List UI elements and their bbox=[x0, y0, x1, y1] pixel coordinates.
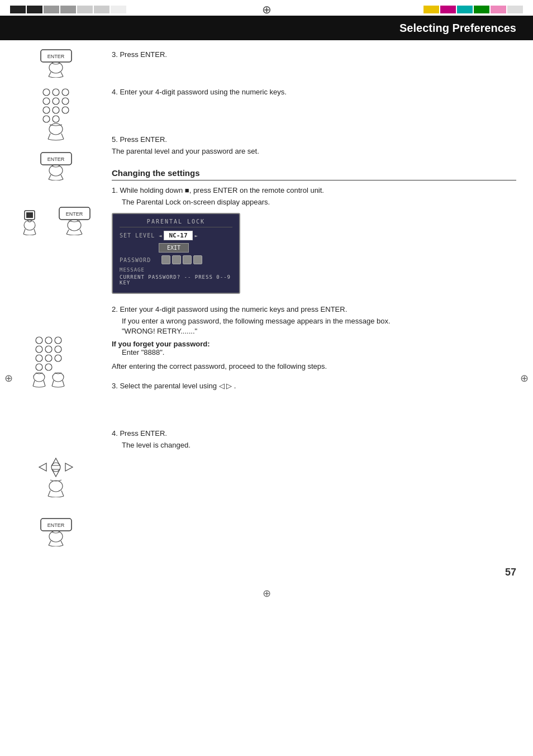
section-heading: Changing the settings bbox=[112, 168, 516, 180]
change-step2-note1: If you enter a wrong password, the follo… bbox=[122, 316, 516, 327]
change-step1-block: 1. While holding down ■, press ENTER on … bbox=[112, 186, 516, 294]
svg-line-58 bbox=[61, 491, 64, 496]
top-bar-right-blocks bbox=[423, 6, 523, 13]
page-number: 57 bbox=[505, 567, 516, 578]
svg-point-39 bbox=[55, 346, 61, 353]
svg-line-3 bbox=[49, 72, 51, 77]
step5-note: The parental level and your password are… bbox=[112, 146, 516, 157]
ps-dot-1 bbox=[161, 255, 170, 264]
ps-set-level-value: NC-17 bbox=[164, 231, 192, 240]
bar-block-1 bbox=[10, 6, 26, 13]
page-title: Selecting Preferences bbox=[399, 22, 516, 35]
step4-text: 4. Enter your 4-digit password using the… bbox=[112, 88, 516, 96]
svg-point-44 bbox=[45, 364, 52, 370]
top-crosshair-icon: ⊕ bbox=[262, 3, 272, 16]
color-pink bbox=[491, 6, 506, 13]
step3-text: 3. Press ENTER. bbox=[112, 50, 516, 59]
parental-lock-screen: PARENTAL LOCK SET LEVEL ◄ NC-17 ► EXIT P… bbox=[112, 213, 240, 294]
change-step2-text: 2. Enter your 4-digit password using the… bbox=[112, 305, 516, 313]
change-step1-icons: ENTER bbox=[19, 206, 93, 235]
svg-point-13 bbox=[62, 107, 69, 113]
ps-password-row: PASSWORD bbox=[120, 255, 232, 264]
ps-set-level-row: SET LEVEL ◄ NC-17 ► bbox=[120, 231, 232, 240]
ps-dot-3 bbox=[183, 255, 192, 264]
color-yellow bbox=[423, 6, 439, 13]
step5-enter-icon: ENTER bbox=[11, 151, 101, 180]
right-margin-crosshair-icon: ⊕ bbox=[520, 372, 529, 384]
svg-point-41 bbox=[45, 355, 52, 362]
forget-text: Enter "8888". bbox=[122, 348, 516, 356]
svg-point-38 bbox=[45, 346, 52, 353]
bar-block-7 bbox=[111, 6, 126, 13]
after-correct-text: After entering the correct password, pro… bbox=[112, 362, 516, 370]
change-step4-block: 4. Press ENTER. The level is changed. bbox=[112, 429, 516, 451]
enter-button-svg-3: ENTER bbox=[56, 206, 93, 235]
ps-exit-btn: EXIT bbox=[159, 243, 189, 253]
change-step2-numpad-icon bbox=[11, 335, 101, 391]
svg-line-18 bbox=[61, 134, 64, 139]
svg-line-62 bbox=[49, 541, 51, 545]
page-number-bar: 57 bbox=[0, 561, 533, 584]
svg-point-6 bbox=[53, 89, 59, 96]
svg-point-16 bbox=[49, 123, 63, 135]
svg-point-43 bbox=[36, 364, 42, 370]
left-margin-crosshair-icon: ⊕ bbox=[4, 372, 13, 384]
svg-point-31 bbox=[68, 220, 81, 231]
svg-point-8 bbox=[43, 98, 50, 104]
color-light bbox=[507, 6, 523, 13]
ps-message-label: MESSAGE bbox=[120, 267, 232, 273]
bar-block-2 bbox=[27, 6, 42, 13]
svg-point-36 bbox=[55, 337, 61, 344]
svg-point-34 bbox=[36, 337, 42, 344]
enter-button-svg-2: ENTER bbox=[35, 151, 77, 180]
svg-line-47 bbox=[44, 381, 45, 386]
stop-button-svg bbox=[19, 206, 50, 235]
enter-button-svg: ENTER bbox=[35, 49, 77, 78]
color-green bbox=[474, 6, 489, 13]
svg-point-15 bbox=[53, 116, 59, 122]
svg-marker-51 bbox=[52, 458, 60, 465]
changing-settings-section: Changing the settings 1. While holding d… bbox=[112, 168, 516, 451]
step3-block: 3. Press ENTER. bbox=[112, 50, 516, 59]
ps-dot-4 bbox=[193, 255, 202, 264]
step5-text: 5. Press ENTER. bbox=[112, 135, 516, 144]
svg-text:ENTER: ENTER bbox=[47, 522, 64, 528]
svg-point-55 bbox=[51, 463, 60, 472]
change-step1-text: 1. While holding down ■, press ENTER on … bbox=[112, 186, 516, 194]
main-content: ENTER bbox=[0, 40, 533, 561]
ps-current-pw-text: CURRENT PASSWORD? -- PRESS 0--9 KEY bbox=[120, 274, 232, 286]
top-decoration-bar: ⊕ bbox=[0, 4, 533, 15]
ps-arrow-left: ◄ bbox=[159, 233, 161, 239]
enter-button-svg-4: ENTER bbox=[35, 517, 77, 546]
svg-line-27 bbox=[23, 229, 25, 234]
svg-marker-53 bbox=[39, 463, 46, 471]
change-step2-block: 2. Enter your 4-digit password using the… bbox=[112, 305, 516, 370]
bar-block-5 bbox=[77, 6, 93, 13]
svg-point-40 bbox=[36, 355, 42, 362]
svg-text:ENTER: ENTER bbox=[47, 54, 64, 59]
svg-line-28 bbox=[34, 229, 36, 234]
svg-point-2 bbox=[49, 62, 63, 73]
svg-line-33 bbox=[80, 230, 82, 234]
ps-password-label: PASSWORD bbox=[120, 257, 159, 263]
ps-set-level-label: SET LEVEL bbox=[120, 232, 159, 239]
ps-dot-2 bbox=[172, 255, 181, 264]
change-step4-text: 4. Press ENTER. bbox=[112, 429, 516, 438]
svg-point-14 bbox=[43, 116, 50, 122]
svg-rect-25 bbox=[26, 212, 33, 218]
forget-heading: If you forget your password: bbox=[112, 340, 516, 348]
svg-line-32 bbox=[66, 230, 69, 234]
svg-point-56 bbox=[49, 481, 63, 492]
svg-point-37 bbox=[36, 346, 42, 353]
bar-block-6 bbox=[94, 6, 110, 13]
change-step3-text: 3. Select the parental level using ◁ ▷ . bbox=[112, 382, 516, 390]
ps-exit-row: EXIT bbox=[120, 243, 232, 253]
svg-line-63 bbox=[61, 541, 63, 545]
ps-title: PARENTAL LOCK bbox=[120, 218, 232, 227]
svg-text:ENTER: ENTER bbox=[66, 211, 83, 217]
bottom-crosshair-icon: ⊕ bbox=[0, 584, 533, 605]
step3-enter-icon: ENTER bbox=[11, 49, 101, 78]
svg-line-46 bbox=[33, 381, 35, 386]
svg-point-21 bbox=[49, 165, 63, 176]
step5-block: 5. Press ENTER. The parental level and y… bbox=[112, 135, 516, 157]
